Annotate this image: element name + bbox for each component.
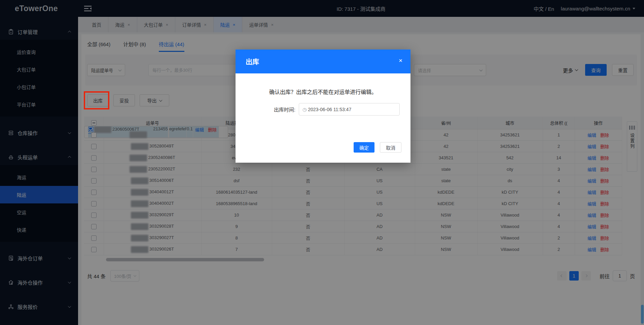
modal-message: 确认出库？出库之后不能在对运单进行编辑。 [236, 88, 410, 96]
app-window: eTowerOne 订单管理 运价查询 大包订单 小包订单 平台订单 仓库操作 [0, 0, 644, 325]
outbound-time-label: 出库时间: [236, 106, 295, 113]
clock-icon [302, 107, 307, 112]
modal-header: 出库 [236, 50, 410, 73]
close-icon[interactable] [399, 57, 402, 64]
outbound-modal: 出库 确认出库？出库之后不能在对运单进行编辑。 出库时间: 2023-06-06… [236, 50, 410, 163]
modal-form-row: 出库时间: 2023-06-06 11:53:47 [236, 103, 410, 116]
cancel-button[interactable]: 取消 [380, 142, 401, 153]
confirm-button[interactable]: 确定 [354, 142, 374, 153]
outbound-time-value: 2023-06-06 11:53:47 [308, 107, 351, 112]
modal-title: 出库 [246, 57, 259, 66]
outbound-time-picker[interactable]: 2023-06-06 11:53:47 [299, 103, 400, 116]
modal-buttons: 确定 取消 [354, 142, 401, 153]
